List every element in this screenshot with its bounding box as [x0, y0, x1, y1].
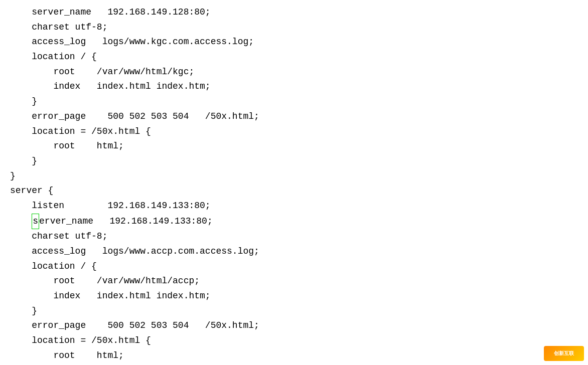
code-viewer: server_name 192.168.149.128:80; charset …: [0, 0, 588, 365]
code-line: }: [0, 169, 588, 184]
code-line: root /var/www/html/accp;: [0, 274, 588, 289]
code-line: charset utf-8;: [0, 229, 588, 244]
code-line: access_log logs/www.kgc.com.access.log;: [0, 35, 588, 50]
code-line: root html;: [0, 139, 588, 154]
code-line: server {: [0, 184, 588, 199]
code-line: location / {: [0, 259, 588, 274]
code-line: error_page 500 502 503 504 /50x.html;: [0, 318, 588, 333]
code-line: }: [0, 94, 588, 109]
watermark-label: 创新互联: [554, 350, 574, 357]
code-line: access_log logs/www.accp.com.access.log;: [0, 244, 588, 259]
code-line: server_name 192.168.149.128:80;: [0, 5, 588, 20]
code-line: root html;: [0, 348, 588, 363]
code-line: }: [0, 154, 588, 169]
code-line: }: [0, 304, 588, 319]
code-line: server_name 192.168.149.133:80;: [0, 214, 588, 230]
code-line: location = /50x.html {: [0, 333, 588, 348]
code-line: index index.html index.htm;: [0, 289, 588, 304]
code-line: }: [0, 363, 588, 366]
code-line: listen 192.168.149.133:80;: [0, 199, 588, 214]
code-line: charset utf-8;: [0, 20, 588, 35]
code-line: error_page 500 502 503 504 /50x.html;: [0, 109, 588, 124]
watermark: 创新互联: [544, 346, 584, 361]
code-line: root /var/www/html/kgc;: [0, 65, 588, 80]
code-line: location = /50x.html {: [0, 124, 588, 139]
code-line: index index.html index.htm;: [0, 79, 588, 94]
cursor-highlight: s: [32, 214, 39, 230]
code-line: location / {: [0, 50, 588, 65]
